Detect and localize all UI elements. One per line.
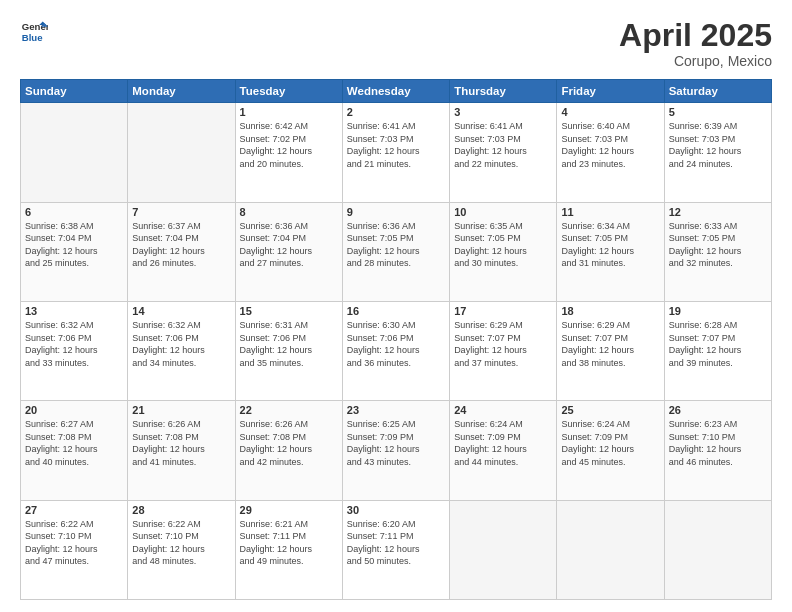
day-number: 5 bbox=[669, 106, 767, 118]
calendar-day-cell: 29Sunrise: 6:21 AM Sunset: 7:11 PM Dayli… bbox=[235, 500, 342, 599]
day-info: Sunrise: 6:30 AM Sunset: 7:06 PM Dayligh… bbox=[347, 319, 445, 369]
day-number: 13 bbox=[25, 305, 123, 317]
calendar-day-cell: 3Sunrise: 6:41 AM Sunset: 7:03 PM Daylig… bbox=[450, 103, 557, 202]
calendar-day-cell: 27Sunrise: 6:22 AM Sunset: 7:10 PM Dayli… bbox=[21, 500, 128, 599]
calendar-header-day: Thursday bbox=[450, 80, 557, 103]
svg-text:Blue: Blue bbox=[22, 32, 43, 43]
calendar-day-cell: 15Sunrise: 6:31 AM Sunset: 7:06 PM Dayli… bbox=[235, 301, 342, 400]
calendar-day-cell: 12Sunrise: 6:33 AM Sunset: 7:05 PM Dayli… bbox=[664, 202, 771, 301]
calendar-day-cell: 10Sunrise: 6:35 AM Sunset: 7:05 PM Dayli… bbox=[450, 202, 557, 301]
day-info: Sunrise: 6:29 AM Sunset: 7:07 PM Dayligh… bbox=[454, 319, 552, 369]
day-info: Sunrise: 6:42 AM Sunset: 7:02 PM Dayligh… bbox=[240, 120, 338, 170]
day-info: Sunrise: 6:37 AM Sunset: 7:04 PM Dayligh… bbox=[132, 220, 230, 270]
calendar-day-cell: 18Sunrise: 6:29 AM Sunset: 7:07 PM Dayli… bbox=[557, 301, 664, 400]
calendar-day-cell: 13Sunrise: 6:32 AM Sunset: 7:06 PM Dayli… bbox=[21, 301, 128, 400]
day-info: Sunrise: 6:27 AM Sunset: 7:08 PM Dayligh… bbox=[25, 418, 123, 468]
calendar-header-day: Tuesday bbox=[235, 80, 342, 103]
calendar-day-cell: 21Sunrise: 6:26 AM Sunset: 7:08 PM Dayli… bbox=[128, 401, 235, 500]
day-info: Sunrise: 6:24 AM Sunset: 7:09 PM Dayligh… bbox=[454, 418, 552, 468]
day-info: Sunrise: 6:36 AM Sunset: 7:05 PM Dayligh… bbox=[347, 220, 445, 270]
day-number: 27 bbox=[25, 504, 123, 516]
header: General Blue April 2025 Corupo, Mexico bbox=[20, 18, 772, 69]
day-number: 8 bbox=[240, 206, 338, 218]
calendar-header-day: Wednesday bbox=[342, 80, 449, 103]
day-info: Sunrise: 6:22 AM Sunset: 7:10 PM Dayligh… bbox=[25, 518, 123, 568]
day-number: 7 bbox=[132, 206, 230, 218]
calendar-day-cell: 17Sunrise: 6:29 AM Sunset: 7:07 PM Dayli… bbox=[450, 301, 557, 400]
calendar-day-cell: 11Sunrise: 6:34 AM Sunset: 7:05 PM Dayli… bbox=[557, 202, 664, 301]
calendar-day-cell: 8Sunrise: 6:36 AM Sunset: 7:04 PM Daylig… bbox=[235, 202, 342, 301]
day-info: Sunrise: 6:31 AM Sunset: 7:06 PM Dayligh… bbox=[240, 319, 338, 369]
calendar-week-row: 6Sunrise: 6:38 AM Sunset: 7:04 PM Daylig… bbox=[21, 202, 772, 301]
calendar-day-cell: 23Sunrise: 6:25 AM Sunset: 7:09 PM Dayli… bbox=[342, 401, 449, 500]
day-number: 16 bbox=[347, 305, 445, 317]
day-info: Sunrise: 6:40 AM Sunset: 7:03 PM Dayligh… bbox=[561, 120, 659, 170]
day-info: Sunrise: 6:26 AM Sunset: 7:08 PM Dayligh… bbox=[240, 418, 338, 468]
calendar-day-cell: 20Sunrise: 6:27 AM Sunset: 7:08 PM Dayli… bbox=[21, 401, 128, 500]
day-number: 1 bbox=[240, 106, 338, 118]
calendar-day-cell: 26Sunrise: 6:23 AM Sunset: 7:10 PM Dayli… bbox=[664, 401, 771, 500]
page: General Blue April 2025 Corupo, Mexico S… bbox=[0, 0, 792, 612]
day-number: 28 bbox=[132, 504, 230, 516]
calendar-day-cell: 25Sunrise: 6:24 AM Sunset: 7:09 PM Dayli… bbox=[557, 401, 664, 500]
day-number: 25 bbox=[561, 404, 659, 416]
calendar-day-cell: 7Sunrise: 6:37 AM Sunset: 7:04 PM Daylig… bbox=[128, 202, 235, 301]
day-number: 12 bbox=[669, 206, 767, 218]
main-title: April 2025 bbox=[619, 18, 772, 53]
calendar-day-cell: 5Sunrise: 6:39 AM Sunset: 7:03 PM Daylig… bbox=[664, 103, 771, 202]
day-number: 21 bbox=[132, 404, 230, 416]
calendar-day-cell: 14Sunrise: 6:32 AM Sunset: 7:06 PM Dayli… bbox=[128, 301, 235, 400]
calendar-day-cell bbox=[557, 500, 664, 599]
day-info: Sunrise: 6:33 AM Sunset: 7:05 PM Dayligh… bbox=[669, 220, 767, 270]
calendar-day-cell: 4Sunrise: 6:40 AM Sunset: 7:03 PM Daylig… bbox=[557, 103, 664, 202]
calendar-day-cell: 1Sunrise: 6:42 AM Sunset: 7:02 PM Daylig… bbox=[235, 103, 342, 202]
calendar-header-row: SundayMondayTuesdayWednesdayThursdayFrid… bbox=[21, 80, 772, 103]
day-info: Sunrise: 6:41 AM Sunset: 7:03 PM Dayligh… bbox=[347, 120, 445, 170]
day-number: 30 bbox=[347, 504, 445, 516]
day-info: Sunrise: 6:28 AM Sunset: 7:07 PM Dayligh… bbox=[669, 319, 767, 369]
calendar-header-day: Sunday bbox=[21, 80, 128, 103]
calendar-header-day: Monday bbox=[128, 80, 235, 103]
day-number: 10 bbox=[454, 206, 552, 218]
day-number: 14 bbox=[132, 305, 230, 317]
calendar-week-row: 20Sunrise: 6:27 AM Sunset: 7:08 PM Dayli… bbox=[21, 401, 772, 500]
calendar-week-row: 13Sunrise: 6:32 AM Sunset: 7:06 PM Dayli… bbox=[21, 301, 772, 400]
day-info: Sunrise: 6:39 AM Sunset: 7:03 PM Dayligh… bbox=[669, 120, 767, 170]
day-info: Sunrise: 6:36 AM Sunset: 7:04 PM Dayligh… bbox=[240, 220, 338, 270]
calendar-day-cell bbox=[21, 103, 128, 202]
day-number: 17 bbox=[454, 305, 552, 317]
calendar-day-cell bbox=[664, 500, 771, 599]
calendar-day-cell bbox=[450, 500, 557, 599]
day-number: 15 bbox=[240, 305, 338, 317]
calendar-body: 1Sunrise: 6:42 AM Sunset: 7:02 PM Daylig… bbox=[21, 103, 772, 600]
day-number: 19 bbox=[669, 305, 767, 317]
location: Corupo, Mexico bbox=[619, 53, 772, 69]
calendar-day-cell: 6Sunrise: 6:38 AM Sunset: 7:04 PM Daylig… bbox=[21, 202, 128, 301]
day-number: 4 bbox=[561, 106, 659, 118]
calendar-day-cell: 28Sunrise: 6:22 AM Sunset: 7:10 PM Dayli… bbox=[128, 500, 235, 599]
calendar-week-row: 1Sunrise: 6:42 AM Sunset: 7:02 PM Daylig… bbox=[21, 103, 772, 202]
day-info: Sunrise: 6:32 AM Sunset: 7:06 PM Dayligh… bbox=[132, 319, 230, 369]
day-number: 3 bbox=[454, 106, 552, 118]
day-info: Sunrise: 6:23 AM Sunset: 7:10 PM Dayligh… bbox=[669, 418, 767, 468]
logo: General Blue bbox=[20, 18, 48, 46]
day-info: Sunrise: 6:34 AM Sunset: 7:05 PM Dayligh… bbox=[561, 220, 659, 270]
day-number: 20 bbox=[25, 404, 123, 416]
day-number: 11 bbox=[561, 206, 659, 218]
day-info: Sunrise: 6:25 AM Sunset: 7:09 PM Dayligh… bbox=[347, 418, 445, 468]
calendar-day-cell: 22Sunrise: 6:26 AM Sunset: 7:08 PM Dayli… bbox=[235, 401, 342, 500]
day-info: Sunrise: 6:32 AM Sunset: 7:06 PM Dayligh… bbox=[25, 319, 123, 369]
calendar-header-day: Saturday bbox=[664, 80, 771, 103]
day-info: Sunrise: 6:21 AM Sunset: 7:11 PM Dayligh… bbox=[240, 518, 338, 568]
day-number: 29 bbox=[240, 504, 338, 516]
calendar-day-cell: 19Sunrise: 6:28 AM Sunset: 7:07 PM Dayli… bbox=[664, 301, 771, 400]
day-number: 24 bbox=[454, 404, 552, 416]
calendar-week-row: 27Sunrise: 6:22 AM Sunset: 7:10 PM Dayli… bbox=[21, 500, 772, 599]
day-info: Sunrise: 6:41 AM Sunset: 7:03 PM Dayligh… bbox=[454, 120, 552, 170]
day-info: Sunrise: 6:20 AM Sunset: 7:11 PM Dayligh… bbox=[347, 518, 445, 568]
day-info: Sunrise: 6:38 AM Sunset: 7:04 PM Dayligh… bbox=[25, 220, 123, 270]
day-number: 6 bbox=[25, 206, 123, 218]
calendar-day-cell bbox=[128, 103, 235, 202]
day-number: 9 bbox=[347, 206, 445, 218]
day-info: Sunrise: 6:24 AM Sunset: 7:09 PM Dayligh… bbox=[561, 418, 659, 468]
